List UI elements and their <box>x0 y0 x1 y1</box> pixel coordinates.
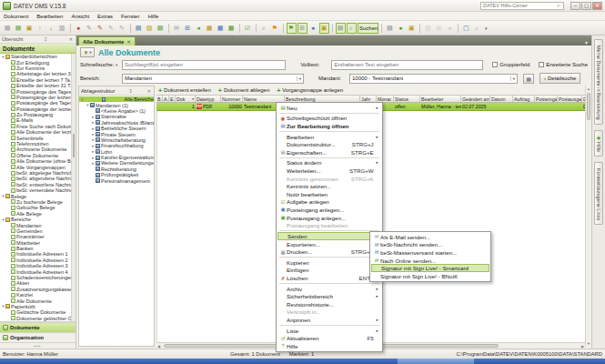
scroll-down-icon[interactable]: ▼ <box>586 341 591 346</box>
context-menu-item[interactable]: ▣ Posteingang anlegen... <box>277 206 381 214</box>
toolbar-button[interactable]: ▤ <box>14 23 24 34</box>
toolbar-button[interactable] <box>239 24 240 33</box>
splitter-grip[interactable]: ▪▪▪ <box>0 342 76 349</box>
menu-item[interactable]: Extras <box>97 14 113 19</box>
maximize-button[interactable]: ▢ <box>581 2 591 10</box>
vertical-scrollbar[interactable]: ▲ ▼ <box>585 86 591 347</box>
menu-item[interactable]: Bearbeiten <box>36 14 63 19</box>
context-menu-item[interactable] <box>279 131 379 132</box>
context-menu-item[interactable]: Bearbeiten ▸ <box>277 133 381 141</box>
toolbar-button[interactable]: ✎ <box>106 23 116 34</box>
chevron-down-icon[interactable]: ▾ <box>297 76 301 81</box>
tree-item[interactable]: ▸ Weitere Dienstleistungen <box>79 160 154 166</box>
tab-close-icon[interactable]: ✕ <box>126 39 131 45</box>
tab-alle-dokumente[interactable]: Alle Dokumente ✕ <box>78 36 136 46</box>
checkbox-icon[interactable] <box>539 62 544 67</box>
tree-item[interactable]: Alle Dokumente der letzte... <box>0 129 76 135</box>
pin-icon[interactable]: ↧ <box>127 88 133 94</box>
toolbar-button[interactable] <box>283 24 284 33</box>
context-menu-item[interactable]: ▤ Eigenschaften... STRG+E <box>277 148 381 157</box>
toolbar-button[interactable]: ▥ <box>57 23 67 34</box>
menu-item[interactable]: Dokument <box>4 14 28 19</box>
context-menu-item[interactable]: ✗ Löschen ENTF <box>277 274 381 282</box>
tree-item[interactable]: Postausgänge des Tages <box>0 100 76 106</box>
toolbar-button[interactable] <box>458 24 459 33</box>
column-header[interactable]: Status <box>394 96 420 102</box>
toolbar-button[interactable] <box>130 24 131 33</box>
column-header[interactable]: Name <box>243 96 285 102</box>
context-menu-item[interactable]: ☑ Aufgabe anlegen <box>277 198 381 207</box>
toolbar-button[interactable]: ⚑ <box>287 23 297 34</box>
mandant-select[interactable]: 10000 - Testmandant ▾ <box>349 74 518 84</box>
column-header[interactable]: Geändert am <box>461 96 490 102</box>
toolbar-button[interactable]: ● <box>74 23 84 34</box>
toolbar-button[interactable]: ● <box>308 23 318 34</box>
toolbar-button[interactable] <box>381 24 382 33</box>
context-menu-item[interactable]: Exportieren... <box>277 240 381 248</box>
context-menu-item[interactable] <box>279 113 379 114</box>
tree-item[interactable]: Alle Vorgangsmappen <box>0 164 76 169</box>
scrollbar-thumb[interactable] <box>73 134 75 157</box>
context-menu-item[interactable]: Status ändern ▸ <box>277 159 381 167</box>
context-menu-item[interactable]: Kenntnis genommen STRG+K <box>277 175 381 183</box>
tree-item[interactable]: Erstellte der letzten 31 T... <box>0 83 76 88</box>
toolbar-button[interactable]: ⌕ <box>259 23 269 34</box>
toolbar-button[interactable]: ▦ <box>216 23 226 34</box>
toolbar-button[interactable]: ✉ <box>172 23 182 34</box>
column-header[interactable]: Jahr <box>360 96 377 102</box>
menu-item[interactable]: Ansicht <box>71 14 89 19</box>
tree-item[interactable]: ▸ Jahresabschluss /Bilanz <box>79 120 154 126</box>
filter-button[interactable]: ▼ ▾ <box>80 47 95 57</box>
close-button[interactable]: ✕ <box>592 2 602 10</box>
scroll-left-icon[interactable]: ◀ <box>157 343 160 349</box>
help-search[interactable]: ⌕ <box>480 2 564 10</box>
help-search-input[interactable] <box>481 3 554 8</box>
context-menu-item[interactable]: Notiz bearbeiten <box>277 190 381 198</box>
context-menu-item[interactable]: Verknüpft in... <box>277 308 381 317</box>
chevron-down-icon[interactable]: ▾ <box>510 76 515 81</box>
side-tab[interactable]: Meine Dokumente in Bearbeitung <box>594 39 603 125</box>
submenu-item[interactable]: Signatur mit Sign Live! - BNotK <box>371 272 489 280</box>
tree-item[interactable]: Personalmanagement <box>79 177 154 183</box>
scroll-right-icon[interactable]: ▶ <box>581 343 584 349</box>
schnellsuche-input[interactable] <box>125 62 283 67</box>
mandant-list-button[interactable]: ▦ <box>523 74 534 84</box>
toolbar-button[interactable]: ▦ <box>205 23 215 34</box>
tab-list-dropdown-icon[interactable]: ▾ <box>583 39 590 46</box>
checkbox-icon[interactable] <box>492 62 498 67</box>
toolbar-button[interactable]: ⊞ <box>183 23 193 34</box>
context-menu-item[interactable]: Anpinnen ▸ <box>277 316 381 324</box>
tree-item[interactable]: Postausgänge der letzten ... <box>0 106 76 112</box>
context-menu-item[interactable]: Postausgang bearbeiten <box>277 221 381 229</box>
toolbar-button[interactable] <box>332 24 333 33</box>
submenu-item[interactable]: ✉ beSt-Nachricht senden... <box>371 241 489 249</box>
expander-icon[interactable]: ▾ <box>80 97 85 102</box>
toolbar-button[interactable] <box>168 24 169 33</box>
minimize-button[interactable]: – <box>570 2 580 10</box>
sidebar-scrollbar[interactable] <box>71 54 76 321</box>
toolbar-button[interactable]: ▥ <box>423 23 433 34</box>
toolbar-button[interactable] <box>256 24 257 33</box>
column-header[interactable]: Nummer <box>221 96 243 102</box>
column-header[interactable]: Bearbeiter <box>420 96 461 102</box>
context-menu-item[interactable]: ▦ Drucken... STRG+P <box>277 248 381 257</box>
tree-item[interactable]: Erstellte der letzten 7 Ta... <box>0 77 76 83</box>
submenu-item[interactable]: ✉ beSt-Massenversand starten... <box>371 248 489 257</box>
column-header[interactable]: Datum <box>490 96 513 102</box>
toolbar-button[interactable]: ▣ <box>319 23 329 34</box>
toolbar-button[interactable]: ● <box>396 23 406 34</box>
tree-item[interactable]: beSt: versendete Nachric... <box>0 187 76 193</box>
tree-item[interactable]: Posteingänge des Tages <box>0 88 76 94</box>
toolbar-button[interactable]: ▧ <box>145 23 155 34</box>
close-icon[interactable]: ✕ <box>68 36 74 42</box>
context-menu-item[interactable] <box>279 257 379 258</box>
toolbar-button[interactable]: ◂ <box>194 23 204 34</box>
toolbar-button[interactable]: ▣ <box>25 23 35 34</box>
toolbar-button[interactable]: ▤ <box>3 23 13 34</box>
context-menu-item[interactable]: ▣ Postausgang anlegen... <box>277 214 381 222</box>
scroll-up-icon[interactable]: ▲ <box>586 86 591 91</box>
tree-item[interactable]: Arbeitstage der letzten 31 ... <box>0 71 76 76</box>
side-tab[interactable]: Kontextbezogene Links <box>594 162 603 225</box>
menu-item[interactable]: Fenster <box>121 14 139 19</box>
column-header[interactable]: Posteingan... <box>535 96 558 102</box>
